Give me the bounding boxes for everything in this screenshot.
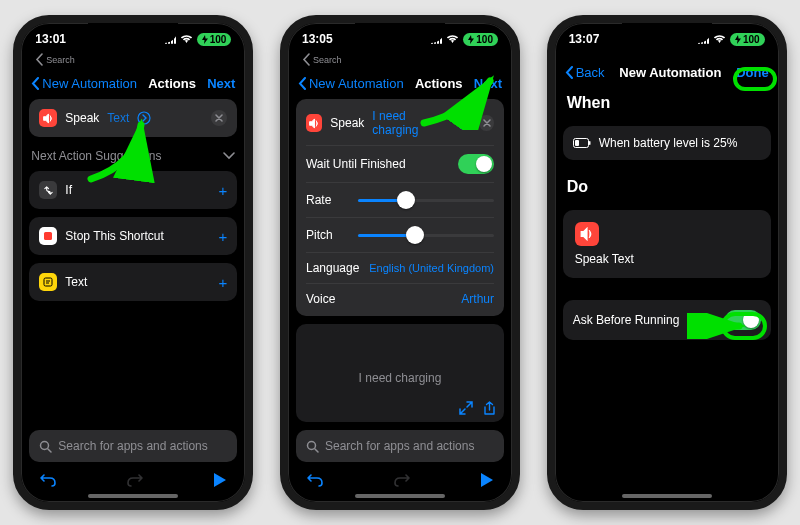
share-icon[interactable]	[483, 401, 496, 416]
search-placeholder: Search for apps and actions	[325, 439, 474, 453]
svg-rect-8	[575, 140, 579, 146]
wait-row: Wait Until Finished	[306, 145, 494, 174]
undo-icon[interactable]	[306, 472, 324, 488]
nav-bar: Back New Automation Done	[555, 59, 779, 88]
preview-text: I need charging	[359, 371, 442, 385]
notch	[88, 23, 178, 43]
suggestions-header[interactable]: Next Action Suggestions	[31, 149, 235, 163]
speak-icon	[306, 114, 322, 132]
rate-slider[interactable]	[358, 191, 494, 209]
undo-icon[interactable]	[39, 472, 57, 488]
status-search-back[interactable]: Search	[21, 53, 245, 70]
action-label: Speak	[65, 111, 99, 125]
speak-icon	[39, 109, 57, 127]
back-button[interactable]: New Automation	[298, 76, 404, 91]
back-button[interactable]: Back	[565, 65, 605, 80]
ask-toggle[interactable]	[725, 310, 761, 330]
svg-point-0	[138, 112, 150, 124]
done-button[interactable]: Done	[736, 65, 769, 80]
next-button[interactable]: Next	[474, 76, 502, 91]
notch	[355, 23, 445, 43]
expand-icon[interactable]	[459, 401, 473, 416]
speak-config-card: Speak I need charging Wait Until Finishe…	[296, 99, 504, 316]
language-label: Language	[306, 261, 359, 275]
suggestion-stop[interactable]: Stop This Shortcut +	[29, 217, 237, 255]
clear-icon[interactable]	[479, 115, 494, 131]
speak-text-placeholder[interactable]: Text	[107, 111, 129, 125]
svg-point-5	[307, 441, 315, 449]
pitch-row: Pitch	[306, 217, 494, 244]
chevron-right-icon[interactable]	[137, 111, 151, 125]
wait-label: Wait Until Finished	[306, 157, 406, 171]
speak-icon	[575, 222, 599, 246]
status-search-back[interactable]: Search	[288, 53, 512, 70]
speak-text-value[interactable]: I need charging	[372, 109, 447, 137]
notch	[622, 23, 712, 43]
svg-rect-2	[44, 278, 52, 286]
search-input[interactable]: Search for apps and actions	[296, 430, 504, 462]
svg-rect-7	[589, 141, 591, 145]
phone-3: 13:07 100 Back New Automation Done Whe	[547, 15, 787, 510]
suggestion-label: Stop This Shortcut	[65, 229, 164, 243]
status-time: 13:07	[569, 32, 600, 46]
phone-2: 13:05 100 Search New Automation Action	[280, 15, 520, 510]
svg-rect-1	[44, 232, 52, 240]
voice-label: Voice	[306, 292, 335, 306]
battery-icon	[573, 138, 591, 148]
svg-point-4	[458, 117, 470, 129]
rate-row: Rate	[306, 182, 494, 209]
plus-icon[interactable]: +	[219, 274, 228, 291]
when-row[interactable]: When battery level is 25%	[563, 126, 771, 160]
language-row[interactable]: Language English (United Kingdom)	[306, 252, 494, 275]
battery-badge: 100	[730, 33, 765, 46]
wifi-icon	[180, 34, 193, 44]
suggestion-if[interactable]: If +	[29, 171, 237, 209]
battery-badge: 100	[463, 33, 498, 46]
back-button[interactable]: New Automation	[31, 76, 137, 91]
pitch-label: Pitch	[306, 228, 350, 242]
voice-value: Arthur	[461, 292, 494, 306]
do-title: Do	[567, 178, 767, 196]
plus-icon[interactable]: +	[219, 228, 228, 245]
suggestion-text[interactable]: Text +	[29, 263, 237, 301]
wifi-icon	[713, 34, 726, 44]
stop-icon	[39, 227, 57, 245]
suggestion-label: If	[65, 183, 72, 197]
status-time: 13:05	[302, 32, 333, 46]
plus-icon[interactable]: +	[219, 182, 228, 199]
status-time: 13:01	[35, 32, 66, 46]
voice-row[interactable]: Voice Arthur	[306, 283, 494, 316]
play-icon[interactable]	[480, 472, 494, 488]
action-speak-card[interactable]: Speak Text	[29, 99, 237, 137]
redo-icon[interactable]	[126, 472, 144, 488]
wifi-icon	[446, 34, 459, 44]
action-label: Speak	[330, 116, 364, 130]
battery-badge: 100	[197, 33, 232, 46]
chevron-down-icon[interactable]	[457, 116, 471, 130]
ask-row: Ask Before Running	[563, 300, 771, 340]
chevron-down-icon	[223, 152, 235, 160]
do-row[interactable]: Speak Text	[563, 210, 771, 278]
wait toggle[interactable]	[458, 154, 494, 174]
home-indicator[interactable]	[88, 494, 178, 498]
play-icon[interactable]	[213, 472, 227, 488]
nav-title: Actions	[148, 76, 196, 91]
preview-card[interactable]: I need charging	[296, 324, 504, 422]
search-placeholder: Search for apps and actions	[58, 439, 207, 453]
nav-bar: New Automation Actions Next	[21, 70, 245, 99]
action-speak-row[interactable]: Speak I need charging	[306, 109, 494, 137]
next-button[interactable]: Next	[207, 76, 235, 91]
search-input[interactable]: Search for apps and actions	[29, 430, 237, 462]
language-value: English (United Kingdom)	[369, 262, 494, 274]
search-icon	[306, 440, 319, 453]
redo-icon[interactable]	[393, 472, 411, 488]
clear-icon[interactable]	[211, 110, 227, 126]
do-action-label: Speak Text	[575, 252, 759, 266]
rate-label: Rate	[306, 193, 350, 207]
nav-bar: New Automation Actions Next	[288, 70, 512, 99]
home-indicator[interactable]	[622, 494, 712, 498]
suggestion-label: Text	[65, 275, 87, 289]
when-text: When battery level is 25%	[599, 136, 738, 150]
home-indicator[interactable]	[355, 494, 445, 498]
pitch-slider[interactable]	[358, 226, 494, 244]
